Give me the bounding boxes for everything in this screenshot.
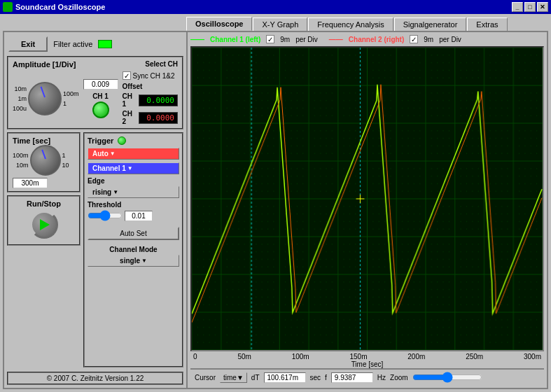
zoom-slider[interactable]: [412, 372, 482, 383]
window-controls: _ □ ✕: [512, 2, 548, 12]
filter-led: [98, 40, 112, 48]
tab-xy-graph[interactable]: X-Y Graph: [253, 18, 307, 31]
channel-mode-dropdown[interactable]: single ▼: [88, 255, 179, 267]
threshold-value: 0.01: [125, 211, 153, 221]
maximize-button[interactable]: □: [524, 2, 536, 12]
f-label: f: [325, 374, 327, 382]
amp-labels-right: 100m 1: [63, 90, 79, 107]
edge-label: Edge: [88, 177, 179, 185]
time-title: Time [sec]: [13, 136, 50, 145]
tab-extras[interactable]: Extras: [467, 18, 507, 31]
time-knob[interactable]: [30, 145, 61, 176]
ch1-knob[interactable]: [92, 102, 109, 118]
ch2-line-indicator: ——: [329, 36, 343, 43]
oscilloscope-display[interactable]: [190, 46, 544, 351]
x-axis-labels: 0 50m 100m 150m 200m 250m 300m: [190, 353, 544, 360]
ch1-header-label: Channel 1 (left): [210, 36, 260, 43]
time-section: Time [sec] 100m 10m 1 10: [7, 132, 81, 192]
edge-section: Edge rising ▼: [88, 177, 179, 198]
time-runstop-col: Time [sec] 100m 10m 1 10: [7, 132, 81, 368]
top-controls: Exit Filter active: [7, 35, 183, 53]
ch1-per-div-value: 9m: [280, 36, 290, 43]
cursor-bar: Cursor time ▼ dT sec f Hz Zoom: [190, 368, 544, 385]
ch1-checkbox[interactable]: ✓: [266, 35, 274, 43]
close-button[interactable]: ✕: [537, 2, 548, 12]
threshold-section: Threshold 0.01: [88, 201, 179, 221]
play-icon: [40, 219, 50, 230]
ch2-per-div-value: 9m: [424, 36, 433, 43]
filter-active-label: Filter active: [53, 40, 92, 48]
ch1-per-div-label: per Div: [295, 36, 318, 43]
app-icon: [3, 2, 13, 12]
cursor-label: Cursor: [195, 374, 216, 382]
minimize-button[interactable]: _: [512, 2, 523, 12]
edge-dropdown[interactable]: rising ▼: [88, 186, 179, 198]
offset-label: Offset: [123, 83, 178, 90]
ch1-line-indicator: ——: [190, 36, 204, 43]
time-labels-right: 1 10: [62, 152, 69, 169]
dt-unit: sec: [310, 374, 321, 382]
amplitude-title: Amplitude [1/Div]: [13, 60, 76, 69]
main-container: Oscilloscope X-Y Graph Frequency Analysi…: [0, 14, 551, 392]
threshold-slider[interactable]: [88, 210, 123, 221]
ch2-per-div-label: per Div: [439, 36, 461, 43]
trigger-title: Trigger: [88, 136, 113, 145]
copyright-bar: © 2007 C. Zeitnitz Version 1.22: [7, 372, 183, 385]
tab-frequency-analysis[interactable]: Frequency Analysis: [308, 18, 393, 31]
tab-bar: Oscilloscope X-Y Graph Frequency Analysi…: [186, 17, 548, 31]
sync-checkbox[interactable]: ✓: [123, 71, 131, 80]
ch2-checkbox[interactable]: ✓: [410, 35, 418, 43]
amplitude-value: 0.009: [83, 79, 118, 90]
trigger-led: [118, 136, 126, 145]
channel-mode-section: Channel Mode single ▼: [88, 246, 179, 267]
trigger-mode-dropdown[interactable]: Auto ▼: [88, 148, 179, 160]
select-ch-label: Select CH: [145, 60, 178, 71]
amplitude-section: Amplitude [1/Div] Select CH 10m 1m 100u: [7, 56, 183, 130]
title-bar: Soundcard Oszilloscope _ □ ✕: [0, 0, 551, 14]
content-area: Exit Filter active Amplitude [1/Div] Sel…: [3, 31, 548, 389]
run-stop-section: Run/Stop: [7, 195, 81, 246]
sync-row: ✓ Sync CH 1&2: [123, 71, 178, 80]
dt-field[interactable]: [264, 372, 306, 383]
copyright-text: © 2007 C. Zeitnitz Version 1.22: [47, 374, 144, 382]
bottom-controls: Time [sec] 100m 10m 1 10: [7, 132, 183, 368]
offset-section: Offset CH 1 0.0000 CH 2 0.0000: [123, 83, 178, 125]
trigger-section: Trigger Auto ▼ Channel 1 ▼ Edg: [83, 132, 183, 368]
time-value: 300m: [13, 178, 48, 188]
x-axis-label: Time [sec]: [190, 360, 544, 368]
trigger-channel-dropdown[interactable]: Channel 1 ▼: [88, 162, 179, 174]
ch2-offset[interactable]: 0.0000: [139, 112, 178, 124]
tab-oscilloscope[interactable]: Oscilloscope: [186, 17, 252, 31]
channel-mode-label: Channel Mode: [88, 246, 179, 253]
f-field[interactable]: [331, 372, 373, 383]
dt-label: dT: [251, 374, 260, 382]
sync-label: Sync CH 1&2: [133, 72, 175, 80]
time-labels-left: 100m 10m: [13, 152, 29, 169]
ch1-select-label: CH 1: [92, 92, 109, 100]
f-unit: Hz: [377, 374, 386, 382]
cursor-type-dropdown[interactable]: time ▼: [220, 372, 247, 383]
channel-header: —— Channel 1 (left) ✓ 9m per Div —— Chan…: [190, 35, 544, 43]
tab-signal-generator[interactable]: Signalgenerator: [394, 18, 467, 31]
zoom-label: Zoom: [390, 374, 408, 382]
ch1-offset[interactable]: 0.0000: [139, 94, 178, 106]
left-panel: Exit Filter active Amplitude [1/Div] Sel…: [4, 32, 188, 388]
amp-labels-left: 10m 1m 100u: [13, 85, 27, 112]
run-stop-button[interactable]: [30, 211, 58, 239]
amplitude-knob[interactable]: [28, 82, 62, 115]
exit-button[interactable]: Exit: [8, 36, 48, 52]
right-panel: —— Channel 1 (left) ✓ 9m per Div —— Chan…: [188, 32, 547, 388]
trigger-header: Trigger: [88, 136, 179, 145]
threshold-label: Threshold: [88, 201, 179, 209]
auto-set-button[interactable]: Auto Set: [88, 227, 179, 240]
ch2-header-label: Channel 2 (right): [349, 36, 404, 43]
window-title: Soundcard Oszilloscope: [15, 3, 105, 11]
run-stop-label: Run/Stop: [27, 200, 61, 208]
